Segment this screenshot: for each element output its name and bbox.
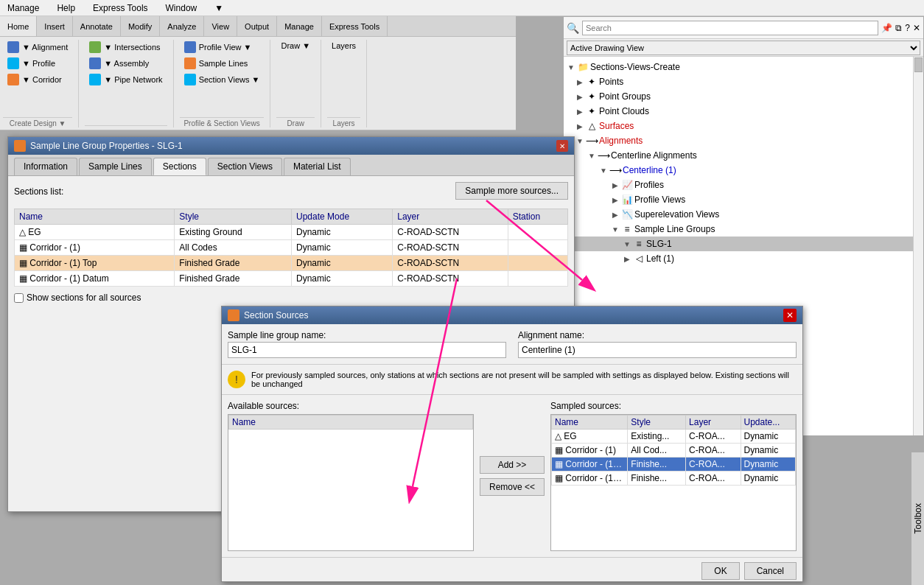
ribbon-tab-express[interactable]: Express Tools bbox=[322, 16, 388, 36]
tree-label-left: Left (1) bbox=[646, 253, 674, 264]
sampled-row[interactable]: △ EG Existing... C-ROA... Dynamic bbox=[552, 430, 796, 444]
table-row-highlighted[interactable]: ▦ Corridor - (1) Top Finished Grade Dyna… bbox=[15, 256, 568, 271]
tree-expand-sample-line-groups[interactable]: ▼ bbox=[611, 225, 620, 234]
sampled-sources-panel: Sampled sources: Name Style Layer Update… bbox=[550, 401, 797, 551]
sample-more-btn[interactable]: Sample more sources... bbox=[455, 182, 568, 200]
pipe-network-icon bbox=[89, 74, 101, 85]
tree-expand-slg1[interactable]: ▼ bbox=[623, 239, 631, 248]
sources-header: Sample line group name: Alignment name: bbox=[222, 324, 802, 364]
available-sources-list[interactable]: Name bbox=[228, 414, 474, 551]
slg-input[interactable] bbox=[228, 342, 506, 358]
prospector-search-input[interactable] bbox=[582, 21, 878, 35]
dialog-tab-section-views[interactable]: Section Views bbox=[208, 158, 282, 175]
menu-manage[interactable]: Manage bbox=[3, 1, 43, 15]
tree-label-alignments: Alignments bbox=[599, 136, 643, 146]
sampled-row-selected[interactable]: ▦ Corridor - (1) Top Finishe... C-ROA...… bbox=[552, 458, 796, 472]
add-btn[interactable]: Add >> bbox=[480, 456, 545, 474]
tree-item-superelevation[interactable]: ▶ 📉 Superelevation Views bbox=[564, 207, 923, 222]
alignment-icon bbox=[7, 41, 19, 53]
dialog-tab-material-list[interactable]: Material List bbox=[284, 158, 351, 175]
tree-item-point-groups[interactable]: ▶ ✦ Point Groups bbox=[564, 89, 923, 104]
tree-expand-alignments[interactable]: ▼ bbox=[575, 136, 584, 145]
dialog-tab-sections[interactable]: Sections bbox=[153, 158, 206, 175]
ribbon-tab-analyze[interactable]: Analyze bbox=[160, 16, 204, 36]
table-row[interactable]: △ EG Existing Ground Dynamic C-ROAD-SCTN bbox=[15, 225, 568, 240]
tree-expand-point-clouds[interactable]: ▶ bbox=[575, 107, 584, 116]
ribbon-tab-output[interactable]: Output bbox=[237, 16, 277, 36]
tree-expand-profiles[interactable]: ▶ bbox=[611, 181, 620, 189]
ribbon-btn-intersections[interactable]: ▼ Intersections bbox=[85, 40, 167, 55]
menu-express-tools[interactable]: Express Tools bbox=[88, 1, 152, 15]
tree-item-surfaces[interactable]: ▶ △ Surfaces bbox=[564, 119, 923, 133]
ribbon-btn-sample-lines[interactable]: Sample Lines bbox=[180, 56, 265, 71]
centerline-alignments-icon: ⟶ bbox=[598, 150, 609, 161]
menu-window[interactable]: Window bbox=[161, 1, 202, 15]
ribbon-tab-insert[interactable]: Insert bbox=[37, 16, 73, 36]
alignment-input[interactable] bbox=[518, 342, 797, 358]
dialog-slg-close-btn[interactable]: ✕ bbox=[556, 140, 568, 152]
sampled-style-c1top: Finishe... bbox=[628, 458, 686, 472]
ribbon-tab-manage[interactable]: Manage bbox=[277, 16, 322, 36]
tree-expand-points[interactable]: ▶ bbox=[575, 77, 584, 86]
tree-item-centerline[interactable]: ▼ ⟶ Centerline (1) bbox=[564, 163, 923, 178]
ribbon-tab-modify[interactable]: Modify bbox=[121, 16, 160, 36]
toolbox-panel[interactable]: Toolbox bbox=[911, 452, 924, 585]
ribbon-btn-pipe-network[interactable]: ▼ Pipe Network bbox=[85, 72, 167, 87]
remove-btn[interactable]: Remove << bbox=[480, 478, 545, 496]
ribbon-btn-assembly[interactable]: ▼ Assembly bbox=[85, 56, 167, 71]
scrollbar-thumb[interactable] bbox=[914, 57, 923, 72]
dialog-tab-information[interactable]: Information bbox=[14, 158, 77, 175]
ribbon-btn-alignment[interactable]: ▼ Alignment bbox=[3, 40, 72, 55]
tree-expand-profile-views[interactable]: ▶ bbox=[611, 195, 620, 204]
tree-item-points[interactable]: ▶ ✦ Points bbox=[564, 74, 923, 89]
tree-item-profiles[interactable]: ▶ 📈 Profiles bbox=[564, 178, 923, 192]
tree-expand-centerline[interactable]: ▼ bbox=[599, 166, 608, 175]
show-sections-checkbox[interactable] bbox=[14, 293, 24, 303]
sampled-style-c1datum: Finishe... bbox=[628, 472, 686, 486]
tree-expand-point-groups[interactable]: ▶ bbox=[575, 92, 584, 101]
tree-item-profile-views[interactable]: ▶ 📊 Profile Views bbox=[564, 192, 923, 207]
sampled-sources-list[interactable]: Name Style Layer Update... △ EG Existing… bbox=[550, 414, 797, 551]
prospector-view-dropdown[interactable]: Active Drawing View bbox=[567, 41, 920, 55]
tree-item-point-clouds[interactable]: ▶ ✦ Point Clouds bbox=[564, 104, 923, 119]
ribbon-btn-profile[interactable]: ▼ Profile bbox=[3, 56, 72, 71]
table-row[interactable]: ▦ Corridor - (1) All Codes Dynamic C-ROA… bbox=[15, 240, 568, 256]
ribbon: Home Insert Annotate Modify Analyze View… bbox=[0, 16, 516, 130]
ribbon-tab-annotate[interactable]: Annotate bbox=[73, 16, 121, 36]
ok-btn[interactable]: OK bbox=[701, 562, 739, 580]
ribbon-tab-view[interactable]: View bbox=[204, 16, 237, 36]
col-layer: Layer bbox=[393, 209, 508, 225]
tree-expand-surfaces[interactable]: ▶ bbox=[575, 122, 584, 130]
table-row[interactable]: ▦ Corridor - (1) Datum Finished Grade Dy… bbox=[15, 271, 568, 287]
tree-item-left[interactable]: ▶ ◁ Left (1) bbox=[564, 251, 923, 266]
close-icon[interactable]: ✕ bbox=[913, 23, 920, 33]
ribbon-btn-profile-view[interactable]: Profile View ▼ bbox=[180, 40, 265, 55]
tree-expand-root[interactable]: ▼ bbox=[567, 63, 575, 71]
dialog-tab-sample-lines[interactable]: Sample Lines bbox=[79, 158, 152, 175]
tree-item-centerline-alignments[interactable]: ▼ ⟶ Centerline Alignments bbox=[564, 148, 923, 163]
folder-icon: 📁 bbox=[577, 61, 589, 73]
dialog-sources-close-btn[interactable]: ✕ bbox=[783, 309, 797, 322]
tree-item-root[interactable]: ▼ 📁 Sections-Views-Create bbox=[564, 60, 923, 74]
tree-expand-superelevation[interactable]: ▶ bbox=[611, 210, 620, 219]
tree-expand-left[interactable]: ▶ bbox=[623, 254, 631, 263]
row-station-corridor1top bbox=[508, 256, 567, 271]
ribbon-btn-draw[interactable]: Draw ▼ bbox=[276, 40, 315, 52]
ribbon-tab-home[interactable]: Home bbox=[0, 16, 37, 36]
tree-item-alignments[interactable]: ▼ ⟶ Alignments bbox=[564, 133, 923, 148]
warning-icon: ! bbox=[228, 371, 245, 388]
sampled-name-c1top: ▦ Corridor - (1) Top bbox=[552, 458, 628, 472]
tree-expand-centerline-alignments[interactable]: ▼ bbox=[587, 151, 596, 160]
ribbon-btn-corridor[interactable]: ▼ Corridor bbox=[3, 72, 72, 87]
sampled-row[interactable]: ▦ Corridor - (1) All Cod... C-ROA... Dyn… bbox=[552, 444, 796, 458]
prospector-scrollbar[interactable] bbox=[913, 57, 923, 435]
ribbon-btn-section-views[interactable]: Section Views ▼ bbox=[180, 72, 265, 87]
tree-item-sample-line-groups[interactable]: ▼ ≡ Sample Line Groups bbox=[564, 222, 923, 237]
menu-help[interactable]: Help bbox=[52, 1, 80, 15]
point-groups-icon: ✦ bbox=[586, 91, 598, 102]
ribbon-btn-layers[interactable]: Layers bbox=[327, 40, 360, 52]
menu-dropdown[interactable]: ▼ bbox=[210, 1, 228, 15]
tree-item-slg1[interactable]: ▼ ≡ SLG-1 bbox=[564, 237, 923, 251]
cancel-btn[interactable]: Cancel bbox=[744, 562, 797, 580]
sampled-row[interactable]: ▦ Corridor - (1) Datum Finishe... C-ROA.… bbox=[552, 472, 796, 486]
